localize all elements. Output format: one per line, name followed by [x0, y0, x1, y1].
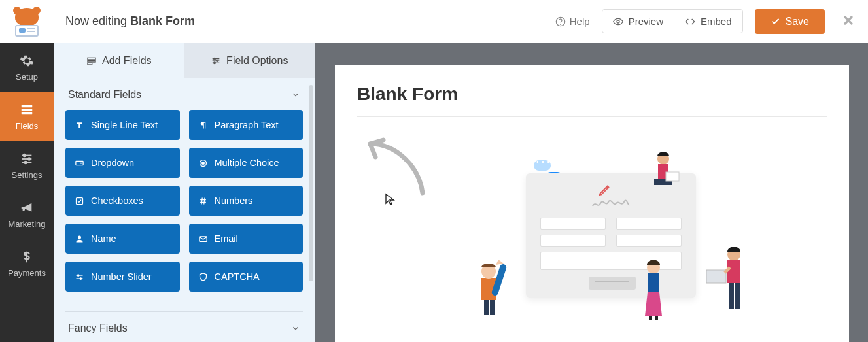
field-multiple-choice[interactable]: Multiple Choice: [189, 148, 304, 178]
logo[interactable]: [0, 7, 54, 37]
svg-rect-13: [88, 60, 95, 62]
field-captcha[interactable]: CAPTCHA: [189, 262, 304, 292]
help-link[interactable]: Help: [555, 16, 590, 27]
field-paragraph-text[interactable]: Paragraph Text: [189, 110, 304, 140]
field-name[interactable]: Name: [65, 224, 180, 254]
preview-embed-group: Preview Embed: [602, 9, 743, 33]
dropdown-icon: [75, 158, 84, 168]
mail-icon: [198, 234, 208, 244]
standard-field-grid: Single Line Text Paragraph Text Dropdown…: [65, 110, 303, 305]
field-single-line-text[interactable]: Single Line Text: [65, 110, 180, 140]
chevron-down-icon: [291, 324, 300, 333]
field-label: Email: [215, 233, 238, 244]
user-icon: [75, 234, 84, 244]
field-label: Dropdown: [91, 158, 134, 168]
form-canvas[interactable]: Blank Form: [335, 65, 849, 342]
close-icon: [842, 14, 855, 27]
rail-setup[interactable]: Setup: [0, 43, 54, 92]
svg-point-10: [28, 158, 31, 160]
megaphone-icon: [20, 201, 34, 215]
checkbox-icon: [75, 196, 84, 206]
rail-fields-label: Fields: [16, 121, 39, 131]
radio-icon: [198, 158, 208, 168]
field-email[interactable]: Email: [189, 224, 304, 254]
rail-settings[interactable]: Settings: [0, 141, 54, 190]
svg-rect-45: [655, 316, 658, 320]
field-dropdown[interactable]: Dropdown: [65, 148, 180, 178]
svg-line-28: [203, 197, 204, 204]
field-numbers[interactable]: Numbers: [189, 186, 304, 216]
embed-button[interactable]: Embed: [674, 10, 742, 33]
preview-button[interactable]: Preview: [602, 10, 674, 33]
svg-point-34: [80, 277, 82, 279]
tab-add-fields[interactable]: Add Fields: [54, 43, 184, 78]
svg-rect-4: [22, 109, 33, 111]
panel-scrollbar[interactable]: [309, 85, 313, 281]
rail-payments-label: Payments: [8, 268, 46, 278]
cursor-icon: [385, 193, 395, 209]
add-fields-icon: [86, 56, 97, 66]
help-label: Help: [570, 16, 590, 27]
field-label: Paragraph Text: [215, 120, 279, 130]
hash-icon: [198, 196, 208, 206]
save-button[interactable]: Save: [755, 9, 825, 34]
field-number-slider[interactable]: Number Slider: [65, 262, 180, 292]
shield-icon: [198, 272, 208, 282]
panel-tabs: Add Fields Field Options: [54, 43, 315, 78]
field-label: Multiple Choice: [215, 158, 279, 168]
arrow-hint-icon: [357, 131, 436, 209]
svg-point-2: [617, 20, 619, 23]
svg-point-33: [77, 274, 79, 276]
rail-payments[interactable]: Payments: [0, 239, 54, 288]
svg-rect-38: [490, 300, 495, 315]
svg-rect-53: [735, 283, 740, 309]
check-icon: [771, 16, 780, 26]
rail-settings-label: Settings: [12, 170, 43, 180]
slider-icon: [75, 272, 84, 282]
svg-point-1: [560, 24, 561, 24]
help-icon: [555, 16, 566, 27]
svg-rect-37: [484, 300, 489, 315]
field-checkboxes[interactable]: Checkboxes: [65, 186, 180, 216]
rail-marketing[interactable]: Marketing: [0, 190, 54, 239]
field-label: Number Slider: [91, 271, 152, 282]
svg-rect-44: [649, 316, 652, 320]
embed-label: Embed: [701, 16, 732, 27]
gear-icon: [20, 54, 34, 68]
field-label: CAPTCHA: [215, 271, 260, 282]
close-button[interactable]: [837, 11, 855, 31]
svg-rect-24: [77, 197, 83, 204]
section-standard[interactable]: Standard Fields: [65, 78, 303, 110]
svg-rect-54: [706, 270, 726, 283]
panel-body[interactable]: Standard Fields Single Line Text Paragra…: [54, 78, 315, 342]
svg-point-9: [24, 154, 26, 157]
preview-label: Preview: [629, 16, 663, 27]
tab-add-label: Add Fields: [102, 55, 152, 67]
save-label: Save: [786, 16, 809, 27]
svg-marker-43: [645, 292, 662, 316]
sliders-icon: [20, 152, 34, 166]
text-icon: [75, 120, 84, 130]
svg-rect-52: [729, 283, 734, 309]
chevron-down-icon: [291, 90, 300, 99]
empty-state-illustration: [485, 160, 760, 317]
tab-field-options[interactable]: Field Options: [184, 43, 315, 78]
canvas-title: Blank Form: [357, 84, 827, 117]
fields-panel: Add Fields Field Options Standard Fields…: [54, 43, 315, 342]
section-fancy[interactable]: Fancy Fields: [65, 311, 303, 342]
svg-rect-5: [22, 112, 33, 115]
svg-point-23: [201, 162, 204, 164]
page-title: Now editing Blank Form: [54, 14, 555, 28]
svg-rect-3: [22, 105, 33, 108]
editing-prefix: Now editing: [65, 14, 130, 27]
options-icon: [211, 56, 221, 66]
rail-fields[interactable]: Fields: [0, 92, 54, 141]
svg-point-29: [78, 235, 81, 239]
svg-line-27: [201, 197, 202, 204]
form-name[interactable]: Blank Form: [130, 14, 195, 27]
dollar-icon: [20, 250, 34, 264]
top-bar: Now editing Blank Form Help Preview Embe…: [0, 0, 868, 43]
field-label: Single Line Text: [91, 120, 158, 130]
section-standard-label: Standard Fields: [68, 89, 141, 101]
svg-rect-42: [648, 273, 659, 292]
